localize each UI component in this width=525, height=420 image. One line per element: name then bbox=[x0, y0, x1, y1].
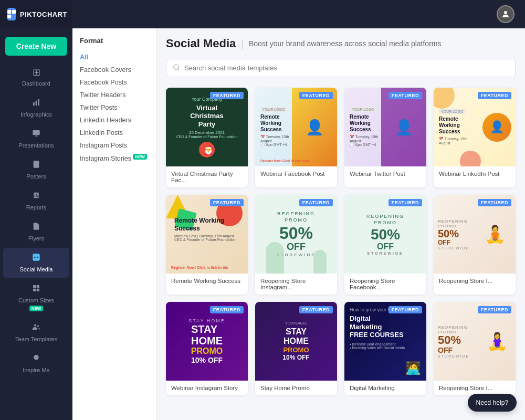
title-divider: | bbox=[241, 38, 244, 49]
sidebar-item-dashboard[interactable]: ⊞ Dashboard bbox=[3, 61, 69, 92]
svg-rect-6 bbox=[33, 130, 39, 135]
filter-linkedin-headers[interactable]: LinkedIn Headers bbox=[80, 114, 149, 127]
template-card-webinar-fb[interactable]: FEATURED 👤 YOUR LOGO RemoteWorkingSucces… bbox=[255, 88, 337, 187]
sidebar-item-posters[interactable]: Posters bbox=[3, 155, 69, 185]
template-card-webinar-li[interactable]: FEATURED 👤 YOUR LOGO RemoteWorkingSucces… bbox=[434, 88, 516, 187]
filter-instagram-stories[interactable]: Instagram Stories NEW bbox=[80, 152, 149, 165]
create-new-button[interactable]: Create New bbox=[5, 37, 67, 56]
template-thumb-webinar-fb: FEATURED 👤 YOUR LOGO RemoteWorkingSucces… bbox=[255, 88, 337, 166]
svg-rect-2 bbox=[7, 15, 11, 18]
template-thumb-webinar-tw: FEATURED 👤 YOUR LOGO RemoteWorkingSucces… bbox=[344, 88, 426, 166]
filter-instagram-posts[interactable]: Instagram Posts bbox=[80, 139, 149, 152]
filter-twitter-posts[interactable]: Twitter Posts bbox=[80, 101, 149, 114]
sidebar-item-infographics[interactable]: Infographics bbox=[3, 93, 69, 123]
featured-badge-10: FEATURED bbox=[299, 306, 333, 313]
sidebar-item-custom-sizes[interactable]: Custom Sizes NEW bbox=[3, 279, 69, 317]
template-label-christmas: Virtual Christmas Party Fac... bbox=[166, 166, 248, 187]
template-label-webinar-li: Webinar LinkedIn Post bbox=[434, 166, 516, 181]
template-thumb-webinar-insta: FEATURED Stay Home STAYHOME PROMO 10% OF… bbox=[166, 302, 248, 381]
svg-point-11 bbox=[34, 257, 36, 258]
template-thumb-remote-insta: FEATURED Remote WorkingSuccess Matthew L… bbox=[166, 195, 248, 274]
svg-point-12 bbox=[37, 257, 38, 258]
infographics-icon bbox=[32, 98, 40, 109]
svg-point-19 bbox=[504, 11, 507, 14]
template-thumb-reopen-insta: FEATURED Reopening Promo 50% OFF STOREWI… bbox=[255, 195, 337, 274]
filter-linkedin-posts[interactable]: LinkedIn Posts bbox=[80, 127, 149, 139]
topbar bbox=[72, 0, 525, 28]
gallery-panel: Social Media | Boost your brand awarenes… bbox=[156, 28, 525, 420]
svg-point-18 bbox=[37, 325, 39, 327]
featured-badge: FEATURED bbox=[210, 92, 244, 99]
sidebar-label-reports: Reports bbox=[26, 204, 47, 211]
featured-badge-5: FEATURED bbox=[210, 199, 244, 206]
logo-icon bbox=[7, 8, 16, 20]
search-input[interactable] bbox=[184, 64, 509, 72]
template-card-christmas[interactable]: FEATURED Your Company VirtualChristmasPa… bbox=[166, 88, 248, 187]
template-card-remote-insta[interactable]: FEATURED Remote WorkingSuccess Matthew L… bbox=[166, 195, 248, 295]
template-card-reopen-insta[interactable]: FEATURED Reopening Promo 50% OFF STOREWI… bbox=[255, 195, 337, 295]
sidebar-label-posters: Posters bbox=[26, 173, 46, 180]
search-bar bbox=[166, 59, 516, 77]
flyers-icon bbox=[32, 222, 40, 233]
featured-badge-9: FEATURED bbox=[210, 306, 244, 313]
template-label-digital: Digital Marketing bbox=[344, 381, 426, 395]
sidebar-label-flyers: Flyers bbox=[28, 235, 44, 242]
sidebar-item-inspire-me[interactable]: Inspire Me bbox=[3, 349, 69, 379]
svg-point-20 bbox=[174, 65, 178, 69]
sidebar-item-team-templates[interactable]: Team Templates bbox=[3, 318, 69, 348]
template-label-reopen-li: Reopening Store I... bbox=[434, 381, 516, 395]
featured-badge-2: FEATURED bbox=[299, 92, 333, 99]
reports-icon bbox=[32, 191, 40, 202]
sidebar-label-custom-sizes: Custom Sizes bbox=[18, 297, 54, 303]
team-templates-icon bbox=[32, 323, 40, 334]
sidebar-item-flyers[interactable]: Flyers bbox=[3, 217, 69, 247]
featured-badge-3: FEATURED bbox=[388, 92, 422, 99]
sidebar-label-dashboard: Dashboard bbox=[22, 80, 50, 87]
filter-twitter-headers[interactable]: Twitter Headers bbox=[80, 89, 149, 101]
featured-badge-4: FEATURED bbox=[478, 92, 511, 99]
template-thumb-stay-home: FEATURED YOURLABEL STAYHOME PROMO 10% OF… bbox=[255, 302, 337, 381]
template-label-webinar-insta: Webinar Instagram Story bbox=[166, 381, 248, 395]
dashboard-icon: ⊞ bbox=[33, 67, 40, 78]
sidebar-item-presentations[interactable]: Presentations bbox=[3, 124, 69, 154]
sidebar-item-social-media[interactable]: Social Media bbox=[3, 248, 69, 278]
template-grid: FEATURED Your Company VirtualChristmasPa… bbox=[166, 88, 516, 395]
sidebar-item-reports[interactable]: Reports bbox=[3, 186, 69, 216]
template-card-stay-home[interactable]: FEATURED YOURLABEL STAYHOME PROMO 10% OF… bbox=[255, 302, 337, 395]
featured-badge-7: FEATURED bbox=[388, 199, 422, 206]
content-area: Format All Facebook Covers Facebook Post… bbox=[72, 28, 525, 420]
template-label-webinar-fb: Webinar Facebook Post bbox=[255, 166, 337, 181]
filter-panel: Format All Facebook Covers Facebook Post… bbox=[72, 28, 156, 420]
template-label-remote-insta: Remote Working Success bbox=[166, 274, 248, 288]
svg-rect-16 bbox=[37, 289, 39, 291]
svg-rect-0 bbox=[7, 10, 11, 14]
svg-rect-15 bbox=[33, 289, 36, 291]
filter-all[interactable]: All bbox=[80, 51, 149, 64]
template-card-reopen-li[interactable]: FEATURED 🧘‍♀️ Reopening Promo 50% OFF ST… bbox=[434, 302, 516, 395]
template-thumb-reopen-fb: FEATURED Reopening Promo 50% OFF STOREWI… bbox=[344, 195, 426, 274]
svg-rect-1 bbox=[12, 10, 16, 14]
template-thumb-reopen-store: FEATURED 🧘 Reopening Promo 50% OFF bbox=[434, 195, 516, 274]
template-card-webinar-tw[interactable]: FEATURED 👤 YOUR LOGO RemoteWorkingSucces… bbox=[344, 88, 426, 187]
filter-facebook-posts[interactable]: Facebook Posts bbox=[80, 76, 149, 89]
template-label-reopen-fb: Reopening Store Facebook... bbox=[344, 274, 426, 295]
featured-badge-11: FEATURED bbox=[388, 306, 422, 313]
svg-rect-14 bbox=[37, 285, 39, 288]
user-avatar[interactable] bbox=[497, 5, 514, 23]
page-subtitle: Boost your brand awareness across social… bbox=[249, 39, 442, 48]
svg-rect-4 bbox=[36, 101, 37, 106]
custom-sizes-icon bbox=[32, 284, 40, 295]
filter-title: Format bbox=[80, 37, 149, 45]
template-thumb-digital: FEATURED How to grow your followers! Dig… bbox=[344, 302, 426, 381]
template-card-reopen-fb[interactable]: FEATURED Reopening Promo 50% OFF STOREWI… bbox=[344, 195, 426, 295]
filter-facebook-covers[interactable]: Facebook Covers bbox=[80, 64, 149, 76]
custom-sizes-badge: NEW bbox=[29, 306, 44, 311]
svg-rect-10 bbox=[33, 254, 39, 260]
template-card-webinar-insta[interactable]: FEATURED Stay Home STAYHOME PROMO 10% OF… bbox=[166, 302, 248, 395]
template-card-digital[interactable]: FEATURED How to grow your followers! Dig… bbox=[344, 302, 426, 395]
template-card-reopen-store[interactable]: FEATURED 🧘 Reopening Promo 50% OFF bbox=[434, 195, 516, 295]
need-help-button[interactable]: Need help? bbox=[468, 394, 517, 412]
sidebar-label-presentations: Presentations bbox=[18, 142, 54, 149]
presentations-icon bbox=[32, 129, 40, 140]
page-title: Social Media bbox=[166, 37, 236, 50]
